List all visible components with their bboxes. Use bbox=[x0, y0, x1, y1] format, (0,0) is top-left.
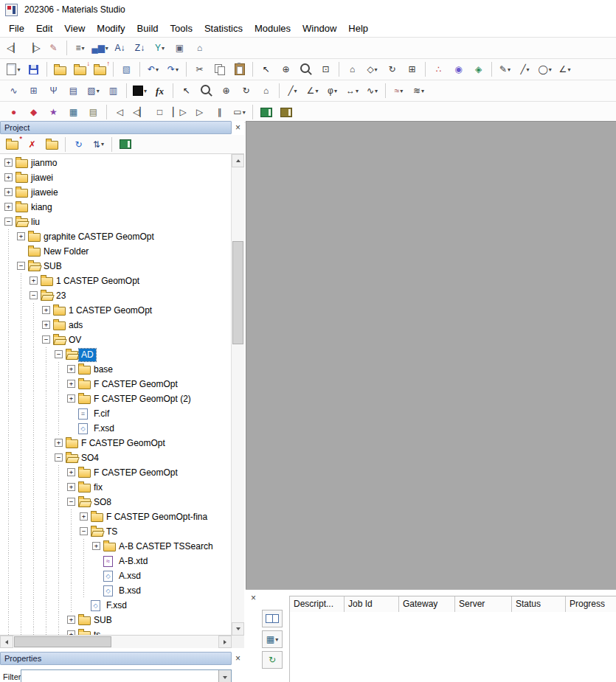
tree-item-label[interactable]: New Folder bbox=[41, 246, 91, 258]
clear-highlight-button[interactable]: ✎ bbox=[44, 39, 63, 57]
function-builder-button[interactable]: fx bbox=[150, 82, 169, 100]
import-document-button[interactable]: ↓ bbox=[71, 60, 89, 78]
show-folder-button[interactable] bbox=[43, 136, 61, 153]
translate-mode-button[interactable]: ⊕ bbox=[277, 60, 295, 78]
jobs-column-header-gateway[interactable]: Gateway bbox=[399, 596, 455, 612]
sort-ascending-button[interactable]: A↓ bbox=[111, 39, 129, 57]
tree-item-label[interactable]: A-B.xtd bbox=[117, 555, 150, 568]
menu-tools[interactable]: Tools bbox=[165, 21, 198, 36]
tree-item-f-xsd[interactable]: F.xsd bbox=[0, 598, 232, 613]
reference-book-button[interactable] bbox=[116, 136, 134, 153]
menu-build[interactable]: Build bbox=[131, 21, 165, 36]
tree-item-f-castep-geomopt[interactable]: +F CASTEP GeomOpt bbox=[0, 436, 232, 450]
previous-frame-button[interactable]: ◁ bbox=[111, 103, 129, 121]
tree-item-a-b-castep-tssearch[interactable]: +A-B CASTEP TSSearch bbox=[0, 539, 232, 554]
collapse-icon[interactable]: − bbox=[80, 527, 88, 535]
zoom-region-button[interactable]: ⊡ bbox=[316, 60, 335, 78]
surface-builder-button[interactable]: ▤ bbox=[64, 82, 83, 100]
scroll-up-button[interactable] bbox=[232, 154, 244, 167]
horizontal-scroll-thumb[interactable] bbox=[14, 636, 111, 647]
tree-item-label[interactable]: A-B CASTEP TSSearch bbox=[117, 540, 215, 553]
study-table-tree-dropdown-icon[interactable]: ▾ bbox=[162, 45, 165, 52]
menu-window[interactable]: Window bbox=[297, 21, 342, 36]
expand-icon[interactable]: + bbox=[42, 321, 50, 329]
menu-modify[interactable]: Modify bbox=[91, 21, 131, 36]
tree-item-new-folder[interactable]: New Folder bbox=[0, 244, 232, 259]
expand-icon[interactable]: + bbox=[42, 306, 50, 314]
job-log-button[interactable] bbox=[262, 610, 283, 627]
redo-button[interactable]: ↷▾ bbox=[164, 60, 182, 78]
branch-builder-button[interactable]: Ψ bbox=[44, 82, 63, 100]
select-tool-button[interactable]: ↖ bbox=[177, 82, 195, 100]
next-view-button[interactable]: ▕▷ bbox=[24, 39, 43, 57]
distance-tool-dropdown-icon[interactable]: ▾ bbox=[356, 88, 359, 94]
job-control-button[interactable]: ◆ bbox=[24, 103, 43, 121]
tree-item-graphite-castep-geomopt[interactable]: +graphite CASTEP GeomOpt bbox=[0, 229, 232, 244]
constraint-tool-dropdown-icon[interactable]: ▾ bbox=[421, 88, 424, 94]
mesostructure-builder-dropdown-icon[interactable]: ▾ bbox=[97, 88, 100, 94]
vertical-scroll-thumb[interactable] bbox=[232, 241, 243, 344]
tree-item-f-castep-geomopt-fina[interactable]: +F CASTEP GeomOpt-fina bbox=[0, 509, 232, 524]
tree-item-a-xsd[interactable]: A.xsd bbox=[0, 568, 232, 583]
undo-dropdown-icon[interactable]: ▾ bbox=[156, 66, 159, 73]
tree-item-jiawei[interactable]: +jiawei bbox=[0, 170, 232, 185]
pause-animation-button[interactable]: ∥ bbox=[210, 103, 229, 121]
tree-item-label[interactable]: SUB bbox=[41, 260, 64, 273]
step-back-button[interactable]: ◁▏ bbox=[131, 103, 149, 121]
collapse-icon[interactable]: − bbox=[55, 350, 63, 358]
calculate-bonds-button[interactable]: ∴ bbox=[429, 60, 448, 78]
project-panel-header[interactable]: Project bbox=[0, 121, 232, 134]
new-folder-button[interactable]: * bbox=[3, 136, 21, 153]
chart-display-dropdown-icon[interactable]: ▾ bbox=[105, 45, 108, 52]
expand-icon[interactable]: + bbox=[92, 542, 100, 550]
tree-item-label[interactable]: base bbox=[91, 363, 115, 376]
tree-item-label[interactable]: SUB bbox=[91, 614, 114, 627]
sketch-bond-button[interactable]: ╱▾ bbox=[516, 60, 534, 78]
sketch-atom-button[interactable]: ✎▾ bbox=[496, 60, 514, 78]
study-table-button[interactable]: ▤ bbox=[84, 103, 103, 121]
tree-item-label[interactable]: F CASTEP GeomOpt bbox=[91, 467, 180, 479]
tree-item-label[interactable]: AD bbox=[79, 349, 96, 361]
properties-filter-combobox[interactable] bbox=[21, 669, 232, 682]
expand-icon[interactable]: + bbox=[67, 468, 75, 476]
tree-item-label[interactable]: F CASTEP GeomOpt (2) bbox=[91, 393, 193, 406]
tree-item-label[interactable]: F.cif bbox=[91, 408, 111, 420]
sketch-ring-dropdown-icon[interactable]: ▾ bbox=[549, 66, 552, 73]
tree-item-fix[interactable]: +fix bbox=[0, 480, 232, 495]
jobs-column-header-server[interactable]: Server bbox=[455, 596, 512, 612]
save-button[interactable] bbox=[24, 60, 43, 78]
paste-button[interactable] bbox=[230, 60, 249, 78]
protect-study-button[interactable]: ▣ bbox=[170, 39, 189, 57]
menu-file[interactable]: File bbox=[3, 21, 30, 36]
tree-item-label[interactable]: F CASTEP GeomOpt-fina bbox=[104, 511, 210, 523]
play-animation-button[interactable]: ▷ bbox=[190, 103, 209, 121]
table-display-button[interactable]: ≡▾ bbox=[71, 39, 89, 57]
collapse-icon[interactable]: − bbox=[4, 218, 13, 226]
jobs-view-button[interactable]: ▦▾ bbox=[262, 630, 283, 648]
bond-tool-button[interactable]: ╱▾ bbox=[283, 82, 302, 100]
torsion-tool-dropdown-icon[interactable]: ▾ bbox=[334, 88, 337, 94]
tree-item-ad[interactable]: −AD bbox=[0, 347, 232, 362]
tree-item-sub[interactable]: −SUB bbox=[0, 259, 232, 274]
chart-display-button[interactable]: ▄▆▾ bbox=[91, 39, 109, 57]
expand-icon[interactable]: + bbox=[4, 203, 13, 211]
animation-options-button[interactable]: ▭▾ bbox=[230, 103, 249, 121]
tree-item-b-xsd[interactable]: B.xsd bbox=[0, 583, 232, 598]
element-swatch-dropdown-icon[interactable]: ▾ bbox=[144, 88, 147, 94]
tree-item-23[interactable]: −23 bbox=[0, 288, 232, 303]
spring-tool-dropdown-icon[interactable]: ▾ bbox=[375, 88, 378, 94]
fit-view-button[interactable]: ⊞ bbox=[403, 60, 421, 78]
tree-item-label[interactable]: liu bbox=[29, 216, 42, 229]
scroll-left-button[interactable] bbox=[0, 636, 13, 648]
polymer-builder-button[interactable]: ∿ bbox=[4, 82, 23, 100]
rotate-view-button[interactable]: ↻ bbox=[383, 60, 401, 78]
stop-animation-button[interactable]: □ bbox=[150, 103, 169, 121]
tree-item-label[interactable]: F CASTEP GeomOpt bbox=[91, 378, 180, 391]
torsion-tool-button[interactable]: φ▾ bbox=[323, 82, 342, 100]
collapse-icon[interactable]: − bbox=[30, 291, 38, 299]
bond-tool-dropdown-icon[interactable]: ▾ bbox=[294, 88, 297, 94]
tree-item-label[interactable]: 1 CASTEP GeomOpt bbox=[66, 305, 154, 317]
tree-item-kiang[interactable]: +kiang bbox=[0, 200, 232, 215]
expand-icon[interactable]: + bbox=[67, 483, 75, 491]
menu-help[interactable]: Help bbox=[342, 21, 374, 36]
